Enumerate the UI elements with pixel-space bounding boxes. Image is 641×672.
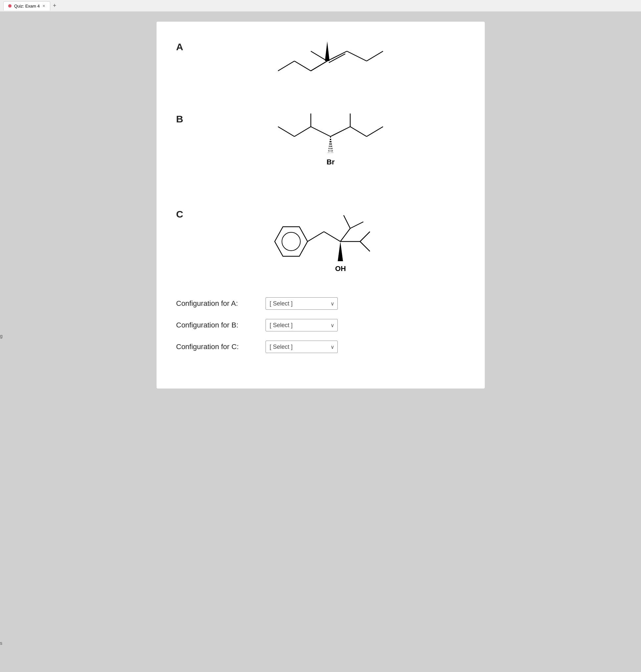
svg-line-4 — [311, 61, 327, 71]
browser-tab[interactable]: Quiz: Exam 4 ✕ — [3, 1, 50, 11]
section-c-label: C — [176, 209, 183, 220]
config-row-c: Configuration for C: [ Select ] R S E Z … — [176, 341, 465, 353]
section-b: B — [176, 107, 465, 179]
sidebar-g: g — [0, 333, 3, 339]
molecule-a-area — [196, 35, 465, 87]
benzene-inner-circle — [282, 232, 300, 251]
tab-dot — [8, 4, 12, 8]
br-label: Br — [327, 158, 335, 166]
svg-line-12 — [330, 127, 350, 137]
svg-line-28 — [360, 242, 370, 251]
config-row-a: Configuration for A: [ Select ] R S E Z … — [176, 297, 465, 310]
config-a-label: Configuration for A: — [176, 299, 262, 308]
section-c: C — [176, 202, 465, 278]
section-b-label: B — [176, 113, 183, 125]
config-row-b: Configuration for B: [ Select ] R S E Z … — [176, 319, 465, 331]
config-b-label: Configuration for B: — [176, 321, 262, 329]
svg-line-2 — [278, 61, 295, 71]
svg-line-7 — [367, 51, 383, 61]
tab-close-button[interactable]: ✕ — [42, 4, 45, 8]
svg-line-8 — [329, 54, 345, 63]
molecule-b-area: Br — [196, 107, 465, 179]
svg-line-1 — [295, 61, 311, 71]
svg-line-24 — [350, 222, 363, 228]
svg-line-21 — [308, 232, 324, 242]
tab-title: Quiz: Exam 4 — [14, 4, 40, 9]
section-a-label: A — [176, 41, 183, 53]
svg-line-3 — [311, 51, 327, 61]
svg-line-14 — [367, 127, 383, 137]
svg-line-9 — [311, 127, 330, 137]
config-c-label: Configuration for C: — [176, 343, 262, 351]
svg-line-27 — [360, 232, 370, 242]
wedge-bond-a — [325, 41, 329, 61]
svg-line-22 — [324, 232, 340, 242]
svg-line-10 — [295, 127, 311, 137]
oh-label: OH — [335, 264, 346, 273]
config-c-select-wrapper: [ Select ] R S E Z cis trans N/A — [265, 341, 338, 353]
svg-line-23 — [340, 228, 350, 242]
config-a-select[interactable]: [ Select ] R S E Z cis trans N/A — [265, 297, 338, 310]
svg-line-6 — [347, 51, 367, 61]
svg-line-13 — [350, 127, 367, 137]
wedge-bond-c — [338, 242, 343, 261]
browser-bar: Quiz: Exam 4 ✕ + — [0, 0, 641, 12]
config-c-select[interactable]: [ Select ] R S E Z cis trans N/A — [265, 341, 338, 353]
molecule-b-svg: Br — [258, 107, 403, 179]
svg-line-5 — [327, 51, 347, 61]
section-a: A — [176, 35, 465, 87]
content-box: A — [156, 22, 485, 388]
config-b-select-wrapper: [ Select ] R S E Z cis trans N/A — [265, 319, 338, 331]
config-section: Configuration for A: [ Select ] R S E Z … — [176, 297, 465, 353]
benzene-ring — [275, 227, 308, 256]
config-a-select-wrapper: [ Select ] R S E Z cis trans N/A — [265, 297, 338, 310]
config-b-select[interactable]: [ Select ] R S E Z cis trans N/A — [265, 319, 338, 331]
molecule-c-area: OH — [196, 202, 465, 278]
new-tab-button[interactable]: + — [53, 2, 56, 9]
svg-line-25 — [344, 215, 350, 228]
page-container: A — [0, 12, 641, 398]
svg-line-11 — [278, 127, 295, 137]
sidebar-s: s — [0, 641, 2, 646]
molecule-a-svg — [262, 35, 399, 87]
molecule-c-svg: OH — [248, 202, 412, 278]
svg-line-20 — [330, 137, 333, 153]
